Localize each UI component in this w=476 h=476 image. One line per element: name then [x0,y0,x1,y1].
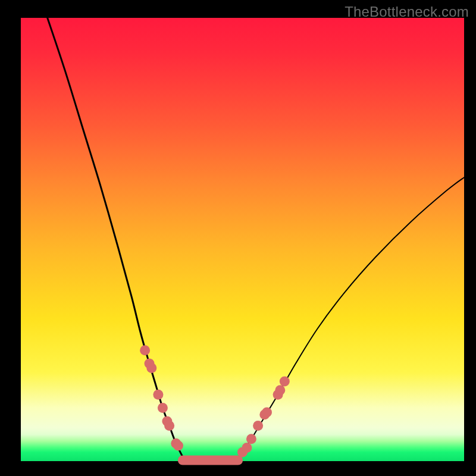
highlight-dot [275,385,285,395]
highlight-dot [253,421,263,431]
highlight-dot [173,440,183,450]
highlight-dot [158,403,168,413]
watermark-text: TheBottleneck.com [345,4,469,20]
highlight-dot [146,363,156,373]
curve-svg [21,18,464,461]
plot-area [21,18,464,461]
highlight-dot [242,443,252,453]
chart-frame: TheBottleneck.com [0,0,476,476]
curve-left-branch [48,18,183,457]
highlight-dot [140,345,150,355]
highlight-dot [164,421,174,431]
highlight-dot [153,390,163,400]
highlight-dot [262,408,272,418]
curve-right-branch [243,177,465,452]
highlight-markers [140,345,290,457]
highlight-dot [246,434,256,444]
highlight-dot [280,376,290,386]
